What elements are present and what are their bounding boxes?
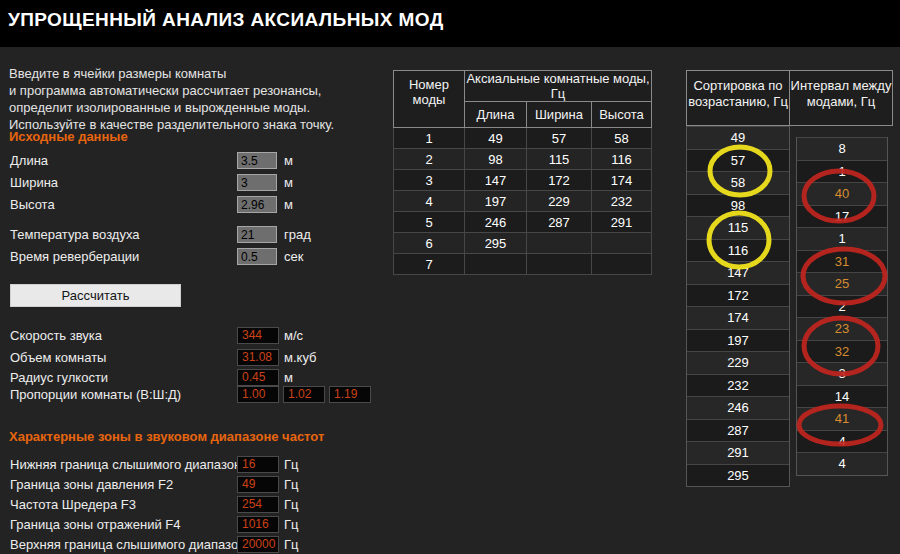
mode-table-row: 1495758 xyxy=(394,128,652,149)
mode-frequency-cell: 98 xyxy=(465,149,527,170)
sorted-frequency-cell: 232 xyxy=(687,374,789,397)
dimension-input[interactable] xyxy=(237,174,277,191)
interval-cell: 25 xyxy=(797,272,887,295)
zone-value-box: 254 xyxy=(237,496,279,513)
title-bar: УПРОЩЕННЫЙ АНАЛИЗ АКСИАЛЬНЫХ МОД xyxy=(0,0,900,47)
result-value-box: 344 xyxy=(237,327,279,344)
result-value-box: 1.19 xyxy=(329,386,371,403)
mode-number-cell: 2 xyxy=(394,149,465,170)
result-row: Скорость звука344м/с xyxy=(10,327,392,346)
unit-label: м.куб xyxy=(284,349,316,367)
unit-label: сек xyxy=(284,248,303,266)
zone-row: Верхняя граница слышимого диапазона F520… xyxy=(10,536,392,554)
mode-number-cell: 5 xyxy=(394,212,465,233)
mode-frequency-cell xyxy=(527,254,592,275)
zone-label: Частота Шредера F3 xyxy=(10,496,136,514)
dimension-input[interactable] xyxy=(237,196,277,213)
mode-frequency-cell: 291 xyxy=(592,212,652,233)
mode-table-row: 4197229232 xyxy=(394,191,652,212)
sorted-frequency-cell: 172 xyxy=(687,284,789,307)
mode-frequency-cell: 197 xyxy=(465,191,527,212)
zone-label: Верхняя граница слышимого диапазона F5 xyxy=(10,536,271,554)
interval-cell: 31 xyxy=(797,250,887,273)
mode-table-row: 5246287291 xyxy=(394,212,652,233)
result-value-box: 31.08 xyxy=(237,349,279,366)
mode-intervals-header: Интервал между модами, Гц xyxy=(789,70,893,126)
intro-line: определит изолированные и вырожденные мо… xyxy=(9,99,334,116)
sorted-frequency-cell: 287 xyxy=(687,419,789,442)
mode-number-cell: 3 xyxy=(394,170,465,191)
mode-number-cell: 4 xyxy=(394,191,465,212)
intro-line: Введите в ячейки размеры комнаты xyxy=(9,65,334,82)
unit-label: Гц xyxy=(284,456,299,474)
sorted-frequency-cell: 229 xyxy=(687,351,789,374)
zone-value-box: 49 xyxy=(237,476,279,493)
input-row: Ширинам xyxy=(10,174,392,193)
sorted-frequency-cell: 197 xyxy=(687,329,789,352)
mode-frequency-cell: 57 xyxy=(527,128,592,149)
mode-number-cell: 1 xyxy=(394,128,465,149)
zone-row: Частота Шредера F3254Гц xyxy=(10,496,392,515)
mode-frequency-cell xyxy=(527,233,592,254)
width-column-header: Ширина xyxy=(527,102,592,128)
sorted-frequency-cell: 291 xyxy=(687,441,789,464)
zone-value-box: 16 xyxy=(237,456,279,473)
sorted-frequency-cell: 116 xyxy=(687,239,789,262)
sorted-frequencies-list: 4957589811511614717217419722923224628729… xyxy=(686,126,790,487)
mode-table-row: 6295 xyxy=(394,233,652,254)
mode-frequency-cell: 172 xyxy=(527,170,592,191)
input-row: Температура воздухаград xyxy=(10,226,392,245)
input-label: Ширина xyxy=(10,174,58,192)
interval-cell: 2 xyxy=(797,295,887,318)
zone-label: Нижняя граница слышимого диапазона F1 xyxy=(10,456,267,474)
input-label: Длина xyxy=(10,152,48,170)
sorted-frequency-cell: 57 xyxy=(687,149,789,172)
unit-label: м xyxy=(284,196,293,214)
interval-cell: 1 xyxy=(797,227,887,250)
section-input-data: Исходные данные xyxy=(9,129,128,144)
zone-label: Граница зоны отражений F4 xyxy=(10,516,180,534)
interval-cell: 41 xyxy=(797,407,887,430)
mode-frequency-cell: 174 xyxy=(592,170,652,191)
sorted-frequencies-header: Сортировка по возрастанию, Гц xyxy=(686,70,790,126)
mode-frequency-cell xyxy=(465,254,527,275)
unit-label: Гц xyxy=(284,476,299,494)
zone-row: Нижняя граница слышимого диапазона F116Г… xyxy=(10,456,392,475)
mode-frequency-cell: 246 xyxy=(465,212,527,233)
mode-table-row: 298115116 xyxy=(394,149,652,170)
dimension-input[interactable] xyxy=(237,152,277,169)
input-label: Время реверберации xyxy=(10,248,139,266)
zone-row: Граница зоны отражений F41016Гц xyxy=(10,516,392,535)
interval-cell: 8 xyxy=(797,137,887,160)
sorted-frequency-cell: 147 xyxy=(687,261,789,284)
interval-cell: 23 xyxy=(797,317,887,340)
mode-table-row: 3147172174 xyxy=(394,170,652,191)
height-column-header: Высота xyxy=(592,102,652,128)
mode-frequency-cell: 116 xyxy=(592,149,652,170)
mode-number-cell: 7 xyxy=(394,254,465,275)
mode-frequency-cell xyxy=(592,233,652,254)
unit-label: Гц xyxy=(284,516,299,534)
dimension-input[interactable] xyxy=(237,226,277,243)
dimension-input[interactable] xyxy=(237,248,277,265)
unit-label: м xyxy=(284,152,293,170)
result-value-box: 1.00 xyxy=(237,386,279,403)
sorted-frequency-cell: 174 xyxy=(687,306,789,329)
zone-value-box: 1016 xyxy=(237,516,279,533)
unit-label: м xyxy=(284,369,293,387)
mode-frequency-cell: 147 xyxy=(465,170,527,191)
interval-cell: 3 xyxy=(797,362,887,385)
interval-cell: 32 xyxy=(797,340,887,363)
mode-frequency-cell: 115 xyxy=(527,149,592,170)
sorted-frequency-cell: 49 xyxy=(687,126,789,149)
result-row: Пропорции комнаты (В:Ш:Д)1.001.021.19 xyxy=(10,386,392,405)
result-value-box: 0.45 xyxy=(237,369,279,386)
input-row: Длинам xyxy=(10,152,392,171)
unit-label: м/с xyxy=(284,327,303,345)
intro-line: и программа автоматически рассчитает рез… xyxy=(9,82,334,99)
page-title: УПРОЩЕННЫЙ АНАЛИЗ АКСИАЛЬНЫХ МОД xyxy=(8,9,444,31)
result-label: Объем комнаты xyxy=(10,349,106,367)
mode-table-row: 7 xyxy=(394,254,652,275)
calculate-button[interactable]: Рассчитать xyxy=(10,284,181,307)
mode-intervals-list: 81401713125223323144144 xyxy=(796,137,888,476)
